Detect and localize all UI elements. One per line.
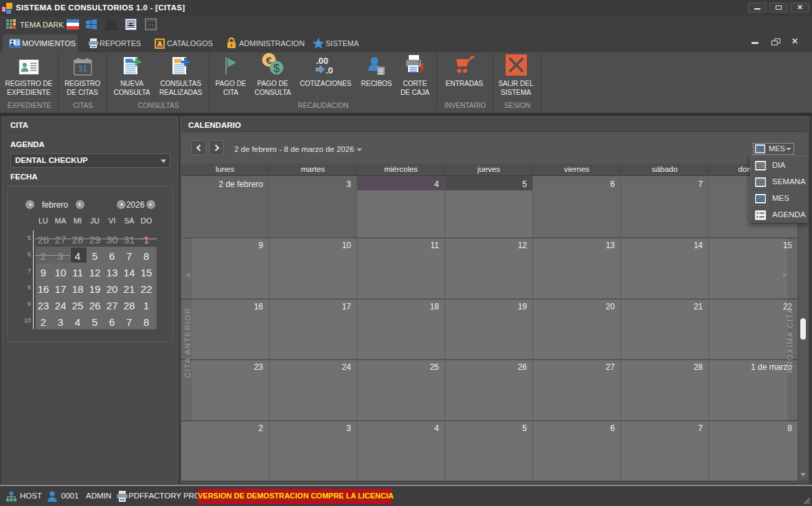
svg-text:.0: .0 xyxy=(326,65,333,76)
svg-text:.00: .00 xyxy=(316,56,328,66)
svg-text:31: 31 xyxy=(78,64,88,74)
svg-text:$: $ xyxy=(273,63,280,74)
svg-text:A: A xyxy=(157,41,162,48)
